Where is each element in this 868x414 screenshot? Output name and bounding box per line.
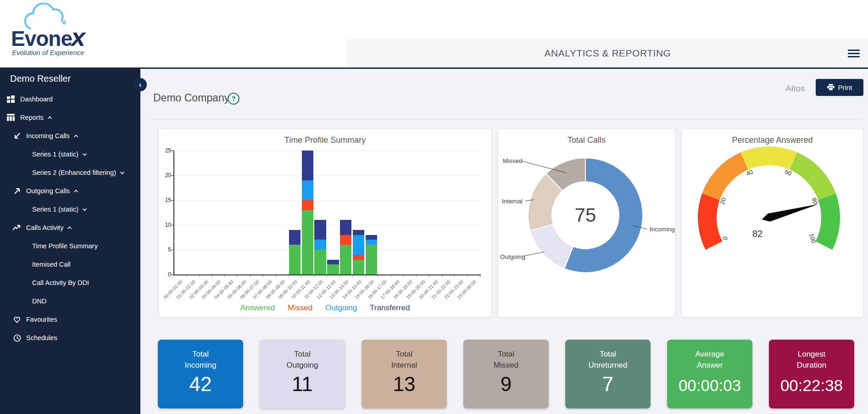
sidebar-item-calls-activity[interactable]: Calls Activity [0,218,140,237]
x-tick [429,275,429,277]
sidebar-item-favourites[interactable]: Favourites [0,310,140,329]
analytics-dashboard: Evonex Evolution of Experience ANALYTICS… [0,0,868,414]
brand-text: Evonex [11,22,85,52]
gauge-chart: 02040608010082 [682,129,863,317]
kpi-value: 00:00:03 [667,376,752,395]
sidebar-item-incoming-calls[interactable]: Incoming Calls [0,127,140,145]
kpi-card-unreturned: TotalUnreturned7 [565,340,651,408]
kpi-label-line2: Answer [667,360,752,371]
x-tick [212,275,212,277]
sidebar-item-label: Time Profile Summary [32,242,98,250]
gauge-tick-label: 20 [718,197,727,206]
sidebar-item-label: Incoming Calls [26,132,70,140]
chevron-up-icon [67,226,72,229]
sidebar-item-series-1-static-[interactable]: Series 1 (static) [0,200,140,218]
bar-plot-area: 051015202500:00-01:0001:00-02:0002:00-03… [159,129,491,317]
kpi-card-missed: TotalMissed9 [463,340,549,408]
kpi-value: 11 [260,373,345,396]
kpi-card-internal: TotalInternal13 [362,340,447,408]
gauge-needle [762,204,819,222]
gauge-band-20-40 [702,152,748,200]
kpi-label-line2: Internal [362,360,447,371]
x-tick [416,275,417,277]
sidebar-item-label: Outgoing Calls [26,187,70,195]
x-tick [390,275,391,277]
bar-segment-answered [366,245,377,274]
kpi-card-outgoing: TotalOutgoing11 [260,340,345,408]
bar-segment-answered [327,264,339,274]
sidebar-item-reports[interactable]: Reports [0,108,140,127]
sidebar-collapse-button[interactable]: ‹ [134,78,147,91]
sidebar-item-time-profile-summary[interactable]: Time Profile Summary [0,237,140,255]
dashboard-grid-icon [6,95,16,103]
sidebar-item-dashboard[interactable]: Dashboard [0,90,140,108]
legend-item-transferred[interactable]: Transferred [370,303,410,313]
bar-segment-transferred [353,230,364,235]
kpi-label-line2: Outgoing [260,360,345,371]
kpi-label: TotalMissed [463,349,549,371]
kpi-label-line1: Total [260,349,345,360]
x-tick [263,275,263,277]
sidebar-item-itemised-call[interactable]: Itemised Call [0,255,140,274]
bar-segment-outgoing [314,240,326,250]
x-tick [289,275,289,277]
kpi-label-line2: Incoming [158,360,243,371]
main-content: ‹ Demo Company ? Altos Print Time Profil… [140,69,868,414]
legend-item-missed[interactable]: Missed [288,303,312,313]
legend-item-answered[interactable]: Answered [240,303,275,313]
y-axis-label: 0 [159,271,171,278]
chevron-down-icon [120,171,125,174]
kpi-label-line2: Unreturned [565,360,651,371]
bar-segment-outgoing [366,240,377,245]
sidebar-item-label: Reports [20,114,44,121]
gridline [173,250,480,250]
sidebar-item-dnd[interactable]: DND [0,292,140,310]
reseller-title: Demo Reseller [10,73,71,84]
donut-chart: 75IncomingOutgoingInternalMissed [498,129,675,317]
kpi-label: TotalIncoming [158,349,243,371]
print-button[interactable]: Print [816,79,863,96]
bar-segment-transferred [289,230,300,245]
help-icon[interactable]: ? [228,93,239,105]
x-tick [480,275,480,277]
header-bar: ANALYTICS & REPORTING [347,39,868,67]
kpi-label-line1: Average [667,349,752,360]
kpi-label-line1: Longest [769,349,854,360]
hamburger-menu-icon[interactable] [848,48,861,58]
donut-label-incoming: Incoming [650,226,675,233]
kpi-label: TotalInternal [362,349,447,371]
sidebar-item-series-2-enhanced-filtering-[interactable]: Series 2 (Enhanced filtering) [0,163,140,182]
x-tick [403,275,404,277]
y-axis-label: 5 [159,246,171,253]
sidebar-item-label: Dashboard [20,95,53,103]
sidebar-item-call-activity-by-ddi[interactable]: Call Activity By DDI [0,274,140,292]
page-title: ANALYTICS & REPORTING [545,48,671,59]
chart-title: Percentage Answered [682,135,863,145]
bar-segment-transferred [327,260,339,265]
x-tick [454,275,455,277]
gauge-tick-label: 80 [811,197,819,206]
reports-table-icon [6,113,16,122]
kpi-label-line1: Total [463,349,549,360]
donut-label-internal: Internal [502,198,523,205]
x-tick [314,275,314,277]
kpi-card-answer: AverageAnswer00:00:03 [667,340,752,408]
sidebar-item-schedules[interactable]: Schedules [0,329,140,347]
donut-label-outgoing: Outgoing [500,253,525,260]
bar-segment-transferred [314,220,326,240]
evonex-logo: Evonex Evolution of Experience [8,3,128,62]
chart-legend: AnsweredMissedOutgoingTransferred [159,303,491,313]
kpi-value: 00:22:38 [769,376,854,395]
y-axis-label: 20 [159,172,171,179]
chevron-down-icon [82,208,87,211]
sidebar-item-label: Series 1 (static) [32,151,78,158]
total-calls-chart: Total Calls 75IncomingOutgoingInternalMi… [498,129,675,318]
x-tick [352,275,353,277]
bar-segment-outgoing [353,235,364,255]
legend-item-outgoing[interactable]: Outgoing [325,303,357,313]
kpi-value: 7 [565,373,651,396]
sidebar-item-outgoing-calls[interactable]: Outgoing Calls [0,182,140,200]
sidebar-item-series-1-static-[interactable]: Series 1 (static) [0,145,140,163]
gauge-band-40-60 [740,146,797,169]
chevron-down-icon [82,153,87,156]
